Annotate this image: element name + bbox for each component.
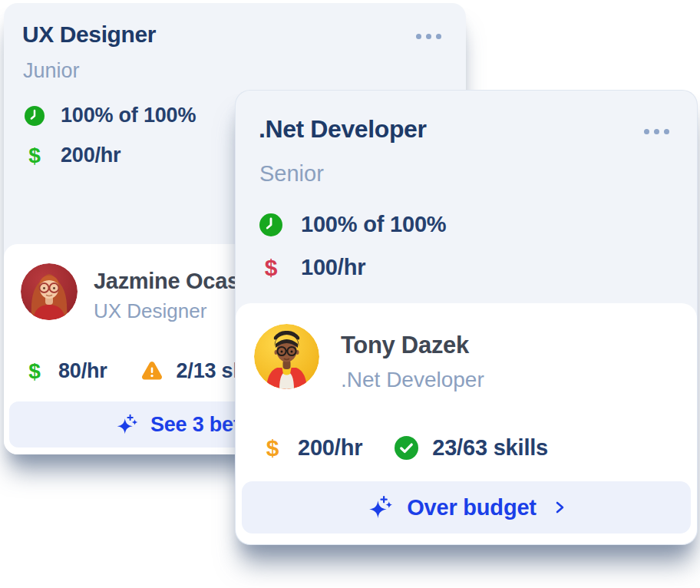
dollar-icon: $ (25, 145, 45, 167)
rate-row: $ 100/hr (259, 255, 365, 280)
dollar-icon: $ (25, 361, 45, 382)
availability-row: 100% of 100% (259, 212, 446, 237)
availability-row: 100% of 100% (25, 104, 196, 127)
candidate-skills: 23/63 skills (432, 435, 548, 461)
availability-value: 100% of 100% (301, 212, 446, 237)
seniority-label: Senior (259, 161, 324, 187)
candidate-role: UX Designer (94, 299, 206, 323)
clock-icon (25, 106, 45, 126)
rate-value: 100/hr (301, 255, 365, 280)
clock-icon (259, 213, 282, 236)
warning-icon (140, 360, 164, 383)
job-title: .Net Developer (259, 115, 426, 144)
candidate-rate: 200/hr (298, 435, 362, 461)
dollar-icon: $ (259, 256, 282, 279)
job-card-net-developer[interactable]: .Net Developer Senior 100% of 100% $ 100… (235, 90, 698, 545)
ai-action-label: Over budget (407, 495, 537, 520)
ai-sparkle-icon (115, 413, 139, 437)
dollar-icon: $ (261, 437, 284, 460)
candidate-panel: Tony Dazek .Net Developer $ 200/hr 23/63… (236, 303, 697, 544)
seniority-label: Junior (23, 59, 80, 83)
ellipsis-menu-icon[interactable] (416, 34, 441, 39)
rate-value: 200/hr (61, 144, 121, 167)
availability-value: 100% of 100% (61, 104, 196, 127)
candidate-role: .Net Developer (341, 368, 484, 392)
over-budget-button[interactable]: Over budget (242, 481, 691, 533)
avatar (21, 263, 78, 320)
candidate-name: Tony Dazek (341, 332, 469, 359)
job-title: UX Designer (22, 21, 156, 48)
candidate-stats-row: $ 200/hr 23/63 skills (261, 435, 548, 461)
candidate-name: Jazmine Ocasio (94, 269, 259, 294)
chevron-right-icon (554, 500, 566, 515)
check-circle-icon (395, 436, 418, 460)
ai-sparkle-icon (367, 494, 394, 521)
ellipsis-menu-icon[interactable] (644, 129, 669, 134)
rate-row: $ 200/hr (25, 144, 121, 167)
avatar (254, 324, 319, 389)
candidate-rate: 80/hr (58, 359, 107, 383)
